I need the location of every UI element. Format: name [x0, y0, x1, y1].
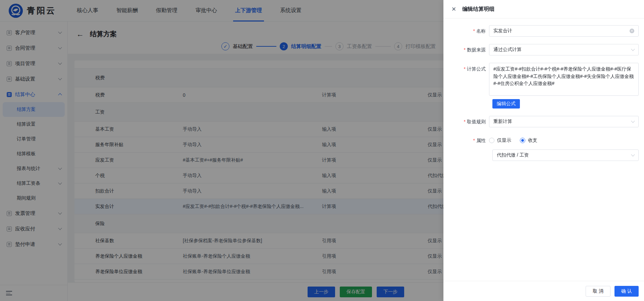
value-rule-label: *取值规则: [443, 116, 489, 127]
confirm-button[interactable]: 确 认: [614, 286, 639, 297]
drawer-form: *名称 实发合计 ✕ *数据来源 通过公式计算 *计算公式 #应发工资#-#扣款…: [443, 18, 644, 281]
display-only-radio[interactable]: [489, 138, 494, 143]
name-field-label: *名称: [443, 25, 489, 37]
drawer-footer: 取 消 确 认: [443, 281, 644, 301]
formula-label: *计算公式: [443, 63, 489, 96]
drawer-header: ✕ 编辑结算明细: [443, 0, 644, 18]
income-expense-radio-label[interactable]: 收支: [528, 137, 537, 143]
chevron-down-icon: [631, 119, 635, 123]
name-input[interactable]: 实发合计 ✕: [489, 25, 639, 37]
close-icon[interactable]: ✕: [451, 6, 456, 12]
chevron-down-icon: [631, 47, 635, 51]
cancel-button[interactable]: 取 消: [586, 286, 610, 297]
display-only-radio-label[interactable]: 仅显示: [497, 137, 511, 143]
data-source-select[interactable]: 通过公式计算: [489, 44, 639, 55]
income-expense-radio[interactable]: [520, 138, 525, 143]
drawer-title: 编辑结算明细: [462, 6, 494, 13]
value-rule-select[interactable]: 重新计算: [489, 116, 639, 127]
attribute-category-select[interactable]: 代扣代缴 / 工资: [492, 149, 639, 161]
attribute-label: *属性: [443, 135, 489, 146]
edit-settlement-detail-drawer: ✕ 编辑结算明细 *名称 实发合计 ✕ *数据来源 通过公式计算 *计算公式: [443, 0, 644, 301]
formula-textarea[interactable]: #应发工资#-#扣款合计#-#个税#-#养老保险个人应缴金额#-#医疗保险个人应…: [489, 63, 639, 96]
edit-formula-button[interactable]: 编辑公式: [492, 99, 520, 109]
chevron-down-icon: [631, 153, 635, 156]
data-source-label: *数据来源: [443, 44, 489, 55]
clear-input-icon[interactable]: ✕: [630, 29, 634, 33]
